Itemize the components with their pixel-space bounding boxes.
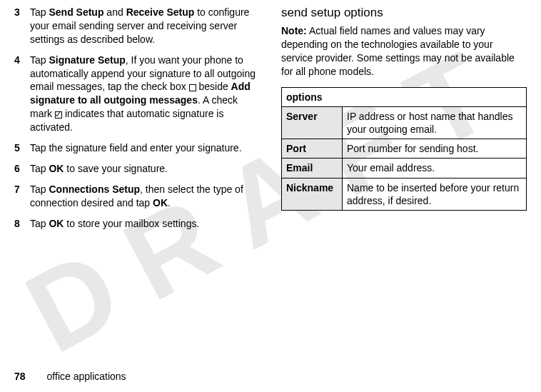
step-number: 5 — [14, 141, 30, 155]
bold: Send Setup — [49, 6, 103, 18]
text: Tap — [30, 218, 49, 229]
note-text: Note: Actual field names and values may … — [281, 24, 527, 79]
right-column: send setup options Note: Actual field na… — [281, 6, 527, 237]
option-label: Port — [282, 139, 343, 159]
page-footer: 78office applications — [14, 371, 126, 382]
bold: Receive Setup — [126, 6, 195, 18]
step-4: 4 Tap Signature Setup, If you want your … — [14, 54, 260, 134]
options-table: options Server IP address or host name t… — [281, 87, 527, 211]
step-number: 3 — [14, 6, 30, 46]
step-3: 3 Tap Send Setup and Receive Setup to co… — [14, 6, 260, 46]
note-body: Actual field names and values may vary d… — [281, 25, 515, 77]
content-area: 3 Tap Send Setup and Receive Setup to co… — [14, 6, 527, 237]
left-column: 3 Tap Send Setup and Receive Setup to co… — [14, 6, 260, 237]
step-number: 6 — [14, 162, 30, 176]
text: to store your mailbox settings. — [64, 218, 199, 229]
text: and — [103, 6, 126, 18]
table-header-row: options — [282, 87, 527, 106]
text: . — [168, 197, 171, 208]
note-label: Note: — [281, 25, 307, 36]
option-desc: Your email address. — [343, 159, 527, 178]
text: Tap — [30, 163, 49, 174]
table-row: Email Your email address. — [282, 159, 527, 178]
bold: Connections Setup — [49, 184, 140, 195]
step-number: 7 — [14, 183, 30, 210]
text: to save your signature. — [64, 163, 168, 174]
step-body: Tap OK to save your signature. — [30, 162, 260, 176]
step-body: Tap Signature Setup, If you want your ph… — [30, 54, 260, 134]
step-body: Tap OK to store your mailbox settings. — [30, 217, 260, 231]
table-row: Port Port number for sending host. — [282, 139, 527, 159]
step-5: 5 Tap the signature field and enter your… — [14, 141, 260, 155]
bold: OK — [49, 163, 64, 174]
option-desc: IP address or host name that handles you… — [343, 106, 527, 139]
step-8: 8 Tap OK to store your mailbox settings. — [14, 217, 260, 231]
section-heading: send setup options — [281, 6, 527, 20]
option-label: Nickname — [282, 178, 343, 210]
footer-section: office applications — [47, 371, 126, 382]
text: beside — [196, 81, 231, 92]
option-desc: Name to be inserted before your return a… — [343, 178, 527, 210]
step-7: 7 Tap Connections Setup, then select the… — [14, 183, 260, 210]
option-desc: Port number for sending host. — [343, 139, 527, 159]
step-body: Tap Connections Setup, then select the t… — [30, 183, 260, 210]
bold: Signature Setup — [49, 54, 125, 66]
page-number: 78 — [14, 371, 26, 382]
step-body: Tap the signature field and enter your s… — [30, 141, 260, 155]
table-row: Nickname Name to be inserted before your… — [282, 178, 527, 210]
text: Tap — [30, 184, 49, 195]
text: Tap — [30, 54, 49, 66]
step-number: 8 — [14, 217, 30, 231]
option-label: Email — [282, 159, 343, 178]
step-body: Tap Send Setup and Receive Setup to conf… — [30, 6, 260, 46]
table-row: Server IP address or host name that hand… — [282, 106, 527, 139]
bold: OK — [153, 197, 168, 208]
table-header: options — [282, 87, 527, 106]
step-6: 6 Tap OK to save your signature. — [14, 162, 260, 176]
checkbox-empty-icon — [189, 84, 196, 91]
checkbox-checked-icon — [55, 111, 62, 119]
bold: OK — [49, 218, 64, 229]
text: Tap — [30, 6, 49, 18]
step-number: 4 — [14, 54, 30, 134]
option-label: Server — [282, 106, 343, 139]
